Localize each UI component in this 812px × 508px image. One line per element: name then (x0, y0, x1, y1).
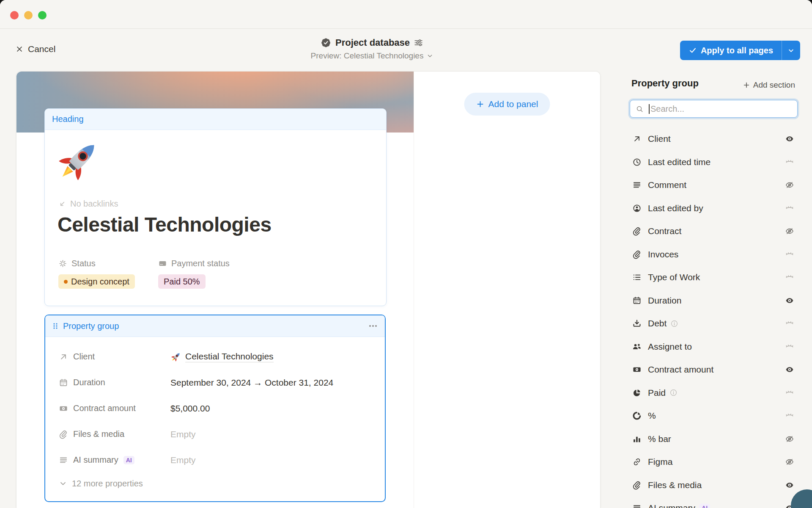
arrow-up-right-icon (59, 352, 68, 362)
preview-selector[interactable]: Preview: Celestial Technologies (311, 51, 434, 61)
property-name: Contract amount (73, 403, 136, 413)
visibility-toggle-eye-closed[interactable] (785, 319, 794, 328)
clock-icon (632, 157, 642, 167)
property-value[interactable]: $5,000.00 (170, 403, 385, 414)
badge-paid-50[interactable]: Paid 50% (158, 274, 206, 289)
text-lines-icon (632, 180, 642, 190)
sidebar-property-type-of-work[interactable]: Type of Work (630, 266, 798, 289)
add-to-panel-button[interactable]: Add to panel (464, 93, 550, 116)
sidebar-property-comment[interactable]: Comment (630, 174, 798, 197)
bullet-list-icon (632, 273, 642, 282)
ai-badge: AI (699, 504, 710, 508)
property-label: Type of Work (648, 272, 700, 282)
sidebar-property-assignet-to[interactable]: Assignet to (630, 335, 798, 359)
property-value[interactable]: Empty (170, 455, 385, 465)
sidebar-property-last-edited-time[interactable]: Last edited time (630, 151, 798, 174)
property-row-files-media[interactable]: Files & media Empty (59, 421, 385, 447)
people-icon (632, 342, 642, 351)
page-preview: Heading No backlinks Celestial Technolog… (16, 72, 414, 508)
visibility-toggle-eye-open[interactable] (785, 134, 794, 144)
close-window-button[interactable] (10, 11, 19, 19)
visibility-toggle-eye-closed[interactable] (785, 342, 794, 351)
relation-link[interactable]: Celestial Technologies (185, 351, 274, 362)
screen: Cancel Project database Preview: Celesti… (0, 0, 812, 508)
calendar-icon (632, 296, 642, 305)
sidebar-property-percent[interactable]: % (630, 404, 798, 428)
property-group-section-label: Property group (63, 321, 119, 331)
visibility-toggle-eye-crossed[interactable] (785, 226, 794, 236)
sidebar-property-files-media[interactable]: Files & media (630, 474, 798, 497)
donut-chart-icon (632, 411, 642, 420)
plus-icon (476, 100, 485, 108)
heading-section[interactable]: Heading No backlinks Celestial Technolog… (44, 108, 387, 306)
rocket-emoji (55, 137, 102, 184)
sidebar-title: Property group (631, 78, 699, 89)
paperclip-icon (59, 430, 68, 439)
visibility-toggle-eye-closed[interactable] (785, 157, 794, 167)
zoom-window-button[interactable] (38, 11, 47, 19)
property-value[interactable]: Empty (170, 429, 385, 439)
sidebar-property-ai-summary[interactable]: AI summary AI (630, 497, 798, 508)
property-label: % bar (648, 434, 671, 444)
sidebar-property-last-edited-by[interactable]: Last edited by (630, 197, 798, 220)
sidebar-property-invoces[interactable]: Invoces (630, 243, 798, 266)
visibility-toggle-eye-crossed[interactable] (785, 457, 794, 467)
sidebar-property-client[interactable]: Client (630, 127, 798, 151)
property-row-duration[interactable]: Duration September 30, 2024 → October 31… (59, 370, 385, 395)
property-value[interactable]: Celestial Technologies (170, 351, 385, 362)
visibility-toggle-eye-closed[interactable] (785, 273, 794, 282)
property-search-box[interactable] (630, 100, 798, 118)
visibility-toggle-eye-crossed[interactable] (785, 180, 794, 190)
property-row-contract-amount[interactable]: Contract amount $5,000.00 (59, 395, 385, 421)
property-name: Files & media (73, 429, 124, 439)
more-properties-toggle[interactable]: 12 more properties (59, 473, 385, 494)
visibility-toggle-eye-crossed[interactable] (785, 434, 794, 444)
visibility-toggle-eye-closed[interactable] (785, 204, 794, 213)
sidebar-property-duration[interactable]: Duration (630, 289, 798, 312)
plus-icon (743, 81, 750, 89)
pie-chart-icon (632, 388, 642, 398)
property-group-section[interactable]: Property group Client Celestial Technolo… (44, 315, 386, 502)
sidebar-property-debt[interactable]: Debt (630, 312, 798, 335)
calendar-icon (59, 378, 68, 387)
search-input[interactable] (650, 100, 790, 117)
preview-label: Preview: Celestial Technologies (311, 51, 424, 61)
sidebar-property-figma[interactable]: Figma (630, 450, 798, 474)
sidebar-property-paid[interactable]: Paid (630, 381, 798, 405)
visibility-toggle-eye-closed[interactable] (785, 388, 794, 398)
sidebar-property-contract-amount[interactable]: Contract amount (630, 358, 798, 381)
arrow-up-right-icon (632, 134, 642, 144)
sliders-settings-icon[interactable] (414, 38, 424, 48)
add-section-button[interactable]: Add section (743, 80, 795, 90)
property-row-client[interactable]: Client Celestial Technologies (59, 344, 385, 370)
paperclip-icon (632, 250, 642, 259)
sidebar-property-bar[interactable]: % bar (630, 428, 798, 451)
property-value[interactable]: September 30, 2024 → October 31, 2024 (170, 378, 385, 388)
info-icon[interactable] (669, 389, 678, 397)
badge-design-concept[interactable]: Design concept (58, 274, 135, 289)
header-title-block: Project database Preview: Celestial Tech… (311, 37, 434, 61)
property-label: Files & media (648, 480, 702, 490)
tray-download-icon (632, 319, 642, 328)
visibility-toggle-eye-closed[interactable] (785, 411, 794, 420)
section-menu-button[interactable] (368, 321, 378, 331)
drag-handle-icon[interactable] (52, 322, 59, 330)
paperclip-icon (632, 480, 642, 490)
visibility-toggle-eye-closed[interactable] (785, 250, 794, 259)
property-label: Duration (648, 295, 681, 306)
visibility-toggle-eye-open[interactable] (785, 296, 794, 305)
property-label: Last edited by (648, 203, 703, 213)
property-label: Paid (648, 388, 666, 398)
property-label: Debt (648, 318, 667, 329)
bar-chart-icon (632, 434, 642, 444)
visibility-toggle-eye-open[interactable] (785, 480, 794, 490)
info-icon[interactable] (670, 320, 678, 328)
backlinks-row: No backlinks (58, 199, 118, 209)
minimize-window-button[interactable] (24, 11, 33, 19)
add-to-panel-label: Add to panel (488, 99, 538, 109)
visibility-toggle-eye-open[interactable] (785, 365, 794, 374)
sidebar-property-contract[interactable]: Contract (630, 220, 798, 243)
property-row-ai-summary[interactable]: AI summary AI Empty (59, 447, 385, 473)
cancel-button[interactable]: Cancel (15, 44, 55, 54)
text-lines-icon (59, 456, 68, 465)
